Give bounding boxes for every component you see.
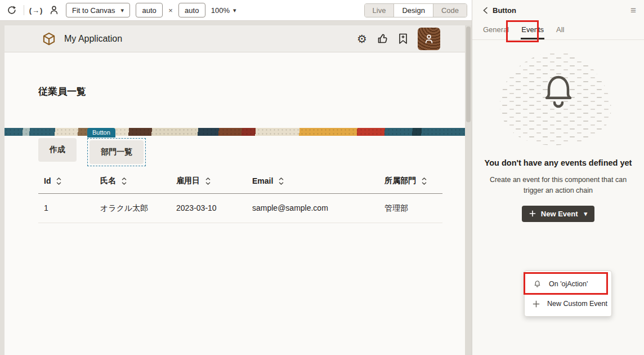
properties-panel: Button ≡ General Events All You don' [472, 0, 644, 355]
new-event-label: New Event [541, 210, 578, 218]
menu-item-label: New Custom Event [547, 300, 607, 308]
gear-icon[interactable]: ⚙ [357, 33, 367, 45]
new-event-button[interactable]: New Event ▾ [522, 206, 594, 222]
zoom-value: 100% [211, 6, 230, 15]
menu-item-new-custom-event[interactable]: New Custom Event [525, 294, 611, 313]
reload-icon[interactable] [6, 4, 18, 16]
app-box-icon [42, 32, 56, 46]
mode-code-button[interactable]: Code [433, 4, 467, 17]
cell-department: 管理部 [379, 203, 442, 214]
canvas-width-input[interactable] [136, 3, 163, 17]
page-title: 従業員一覧 [38, 85, 465, 98]
app-header-icons: ⚙ [357, 28, 440, 50]
bell-illustration [488, 48, 629, 155]
bell-icon [533, 279, 542, 289]
sort-icon[interactable] [205, 178, 211, 185]
cell-hire-date: 2023-03-10 [171, 203, 247, 214]
canvas-pane: (→) Fit to Canvas ▾ × 100% ▾ Live Design [0, 0, 472, 355]
chevron-down-icon: ▾ [233, 7, 236, 14]
canvas-height-input[interactable] [178, 3, 205, 17]
fit-to-canvas-select[interactable]: Fit to Canvas ▾ [66, 3, 130, 17]
new-event-menu: On 'ojAction' New Custom Event [524, 270, 612, 317]
column-header-department[interactable]: 所属部門 [379, 176, 442, 186]
plus-icon [533, 300, 540, 308]
events-empty-state: You don't have any events defined yet Cr… [472, 48, 644, 222]
column-header-email[interactable]: Email [247, 176, 379, 186]
column-label: 雇用日 [176, 176, 200, 186]
bookmark-plus-icon[interactable] [397, 33, 409, 45]
column-label: Id [44, 176, 51, 185]
panel-header: Button ≡ [472, 0, 644, 16]
chevron-down-icon: ▾ [584, 211, 588, 217]
table-row[interactable]: 1 オラクル太郎 2023-03-10 sample@sample.com 管理… [38, 194, 442, 223]
dimension-times-label: × [168, 6, 173, 15]
cell-email: sample@sample.com [247, 203, 379, 214]
mode-switch: Live Design Code [364, 3, 467, 17]
zoom-select[interactable]: 100% ▾ [211, 6, 236, 15]
cell-id: 1 [38, 203, 95, 214]
tab-all[interactable]: All [550, 21, 570, 39]
avatar[interactable] [418, 28, 440, 50]
mode-live-button[interactable]: Live [365, 4, 395, 17]
column-header-hire-date[interactable]: 雇用日 [171, 176, 247, 186]
chevron-down-icon: ▾ [121, 7, 124, 14]
button-row: 作成 Button 部門一覧 [38, 138, 465, 166]
app-header: My Application ⚙ [5, 25, 465, 52]
departments-button[interactable]: 部門一覧 [90, 140, 144, 164]
column-header-name[interactable]: 氏名 [95, 176, 171, 186]
menu-item-label: On 'ojAction' [549, 280, 588, 288]
plus-icon [529, 210, 536, 217]
toolbar-divider [24, 5, 24, 15]
tab-general[interactable]: General [477, 21, 515, 39]
canvas-scrollbar[interactable] [465, 25, 472, 355]
sort-icon[interactable] [122, 178, 127, 185]
back-chevron-icon[interactable] [482, 7, 488, 14]
menu-icon[interactable]: ≡ [630, 6, 636, 15]
menu-item-on-ojaction[interactable]: On 'ojAction' [525, 274, 611, 294]
decorative-banner [5, 128, 465, 136]
panel-title: Button [493, 6, 516, 15]
column-label: Email [252, 176, 273, 185]
visual-builder-window: (→) Fit to Canvas ▾ × 100% ▾ Live Design [0, 0, 644, 355]
column-label: 氏名 [100, 176, 116, 186]
empty-state-heading: You don't have any events defined yet [472, 158, 644, 167]
canvas-toolbar: (→) Fit to Canvas ▾ × 100% ▾ Live Design [0, 0, 472, 21]
selected-component-outline: Button 部門一覧 [87, 138, 146, 166]
scrollbar-thumb[interactable] [466, 26, 471, 122]
panel-tabs: General Events All [472, 16, 644, 40]
sort-icon[interactable] [56, 178, 61, 185]
responsive-width-icon[interactable]: (→) [30, 4, 42, 16]
selection-tag: Button [87, 128, 115, 137]
column-label: 所属部門 [384, 176, 416, 186]
design-canvas[interactable]: My Application ⚙ [5, 25, 465, 355]
sort-icon[interactable] [279, 178, 284, 185]
empty-state-description: Create an event for this component that … [487, 175, 629, 196]
thumbs-up-icon[interactable] [376, 33, 388, 45]
app-title: My Application [64, 34, 122, 44]
tab-events[interactable]: Events [515, 21, 550, 39]
fit-to-canvas-label: Fit to Canvas [72, 6, 115, 15]
cell-name: オラクル太郎 [95, 203, 171, 214]
column-header-id[interactable]: Id [38, 176, 95, 186]
table-header-row: Id 氏名 雇用日 [38, 166, 442, 194]
mode-design-button[interactable]: Design [394, 4, 433, 17]
create-button[interactable]: 作成 [38, 138, 77, 162]
user-view-icon[interactable] [48, 4, 60, 16]
employee-table: Id 氏名 雇用日 [38, 166, 442, 223]
sort-icon[interactable] [422, 178, 427, 185]
design-workspace: My Application ⚙ [0, 21, 472, 355]
